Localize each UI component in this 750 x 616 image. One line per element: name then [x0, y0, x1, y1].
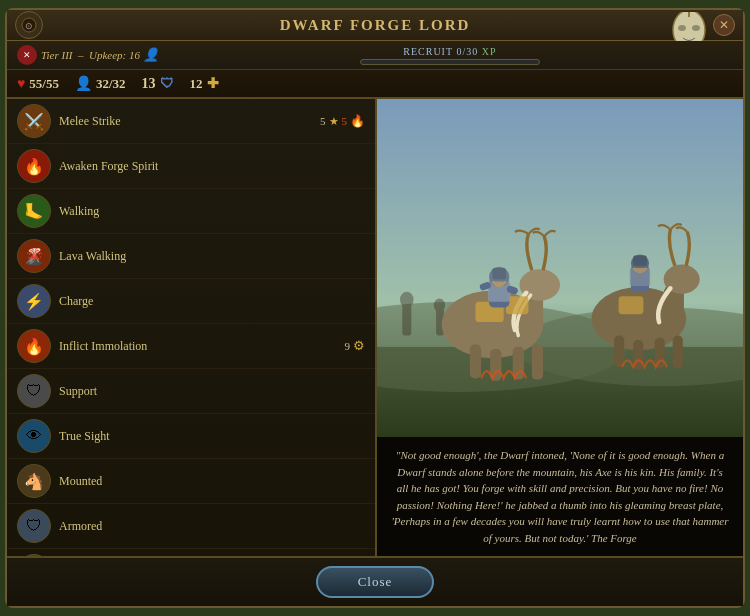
ability-row-charge[interactable]: ⚡Charge	[7, 279, 375, 324]
ability-row-melee-strike[interactable]: ⚔️Melee Strike5 ★ 5🔥	[7, 99, 375, 144]
recruit-label: Recruit 0/30 XP	[167, 46, 733, 57]
stat-figures: 👤 32/32	[75, 75, 126, 92]
description-box: "Not good enough', the Dwarf intoned, 'N…	[377, 437, 743, 556]
ability-icon-charge: ⚡	[17, 284, 51, 318]
ability-icon-mounted: 🐴	[17, 464, 51, 498]
heart-icon: ♥	[17, 76, 25, 92]
ability-icon-support: 🛡	[17, 374, 51, 408]
ability-name-armored: Armored	[59, 519, 365, 534]
ability-name-mounted: Mounted	[59, 474, 365, 489]
ability-name-walking: Walking	[59, 204, 365, 219]
shield-icon: 🛡	[160, 76, 174, 92]
info-panel: "Not good enough', the Dwarf intoned, 'N…	[377, 99, 743, 556]
modal-close-x-button[interactable]: ✕	[713, 14, 735, 36]
svg-point-3	[678, 25, 686, 31]
description-text: "Not good enough', the Dwarf intoned, 'N…	[391, 447, 729, 546]
svg-rect-34	[673, 336, 683, 369]
tier-label: Tier III – Upkeep: 16 👤	[41, 47, 159, 63]
ability-name-support: Support	[59, 384, 365, 399]
ability-icon-lava-walking: 🌋	[17, 239, 51, 273]
ability-row-true-sight[interactable]: 👁True Sight	[7, 414, 375, 459]
ability-stats-melee-strike: 5 ★ 5🔥	[320, 114, 365, 129]
svg-rect-39	[633, 256, 647, 266]
svg-text:⊙: ⊙	[25, 21, 33, 31]
svg-point-10	[400, 292, 414, 308]
close-button[interactable]: Close	[316, 566, 435, 598]
svg-rect-31	[614, 336, 624, 368]
svg-rect-35	[619, 296, 644, 314]
recruit-bar-container: Recruit 0/30 XP	[167, 46, 733, 65]
modal-header: ⊙ Dwarf Forge Lord ✕	[7, 10, 743, 41]
ability-row-dwarf[interactable]: ⛏Dwarf	[7, 549, 375, 556]
move-icon: ✚	[207, 75, 219, 92]
ability-row-awaken-forge-spirit[interactable]: 🔥Awaken Forge Spirit	[7, 144, 375, 189]
abilities-panel: ⚔️Melee Strike5 ★ 5🔥🔥Awaken Forge Spirit…	[7, 99, 377, 556]
unit-image	[377, 99, 743, 437]
ability-stats-inflict-immolation: 9⚙	[345, 338, 366, 354]
ability-row-inflict-immolation[interactable]: 🔥Inflict Immolation9⚙	[7, 324, 375, 369]
upkeep-icon: 👤	[143, 47, 159, 62]
ability-name-lava-walking: Lava Walking	[59, 249, 365, 264]
svg-rect-19	[532, 345, 543, 380]
ability-icon-awaken-forge-spirit: 🔥	[17, 149, 51, 183]
ability-row-support[interactable]: 🛡Support	[7, 369, 375, 414]
defense-value: 13	[142, 76, 156, 92]
ability-icon-true-sight: 👁	[17, 419, 51, 453]
svg-point-12	[434, 298, 445, 312]
ability-name-melee-strike: Melee Strike	[59, 114, 320, 129]
stat-move: 12 ✚	[190, 75, 219, 92]
stat-hp: ♥ 55/55	[17, 76, 59, 92]
modal-title: Dwarf Forge Lord	[280, 17, 471, 33]
ability-row-mounted[interactable]: 🐴Mounted	[7, 459, 375, 504]
main-content: ⚔️Melee Strike5 ★ 5🔥🔥Awaken Forge Spirit…	[7, 99, 743, 556]
ability-icon-melee-strike: ⚔️	[17, 104, 51, 138]
svg-point-4	[692, 25, 700, 31]
tier-icon: ✕	[17, 45, 37, 65]
ability-name-charge: Charge	[59, 294, 365, 309]
ability-icon-walking: 🦶	[17, 194, 51, 228]
ability-name-awaken-forge-spirit: Awaken Forge Spirit	[59, 159, 365, 174]
svg-rect-25	[492, 268, 506, 279]
svg-rect-16	[470, 345, 481, 379]
ability-name-true-sight: True Sight	[59, 429, 365, 444]
ability-icon-inflict-immolation: 🔥	[17, 329, 51, 363]
ability-row-walking[interactable]: 🦶Walking	[7, 189, 375, 234]
stats-bar: ♥ 55/55 👤 32/32 13 🛡 12 ✚	[7, 70, 743, 99]
ability-icon-armored: 🛡	[17, 509, 51, 543]
tier-badge: ✕ Tier III – Upkeep: 16 👤	[17, 45, 159, 65]
ability-name-inflict-immolation: Inflict Immolation	[59, 339, 345, 354]
left-emblem-icon: ⊙	[15, 11, 43, 39]
footer: Close	[7, 556, 743, 606]
svg-rect-33	[655, 338, 665, 368]
modal-container: ⊙ Dwarf Forge Lord ✕ ✕ Tier III – Upkeep…	[5, 8, 745, 608]
ability-row-lava-walking[interactable]: 🌋Lava Walking	[7, 234, 375, 279]
figure-icon: 👤	[75, 75, 92, 92]
stat-defense: 13 🛡	[142, 76, 174, 92]
recruit-bar	[360, 59, 540, 65]
tier-bar: ✕ Tier III – Upkeep: 16 👤 Recruit 0/30 X…	[7, 41, 743, 70]
ability-row-armored[interactable]: 🛡Armored	[7, 504, 375, 549]
